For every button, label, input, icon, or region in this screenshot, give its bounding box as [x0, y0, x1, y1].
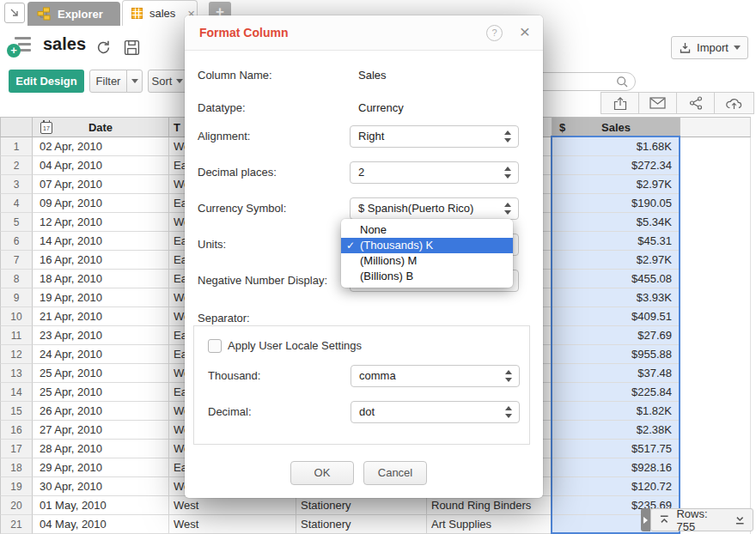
date-cell[interactable]: 07 Apr, 2010 — [33, 175, 169, 194]
category-cell[interactable]: Stationery — [296, 515, 427, 534]
sales-cell[interactable]: $2.38K — [552, 421, 680, 440]
row-number-cell[interactable]: 11 — [0, 326, 33, 345]
date-cell[interactable]: 27 Apr, 2010 — [33, 421, 169, 440]
sales-cell[interactable]: $190.05 — [552, 194, 680, 213]
sales-cell[interactable]: $2.97K — [552, 175, 680, 194]
date-cell[interactable]: 04 May, 2010 — [33, 515, 169, 534]
product-cell[interactable]: Art Supplies — [427, 515, 552, 534]
view-menu-button[interactable]: + — [7, 35, 31, 58]
row-number-cell[interactable]: 13 — [0, 364, 33, 383]
sales-cell[interactable]: $455.08 — [552, 270, 680, 288]
sales-cell[interactable]: $225.84 — [552, 383, 680, 402]
row-number-cell[interactable]: 12 — [0, 345, 33, 364]
tab-explorer[interactable]: Explorer — [27, 2, 120, 26]
locale-settings-checkbox[interactable] — [208, 339, 222, 353]
sales-cell[interactable]: $928.16 — [552, 458, 680, 477]
import-button[interactable]: Import — [671, 36, 748, 59]
row-number-header[interactable] — [0, 117, 33, 137]
share-button[interactable] — [676, 92, 715, 114]
row-number-cell[interactable]: 20 — [0, 496, 33, 515]
date-cell[interactable]: 25 Apr, 2010 — [33, 383, 169, 402]
row-number-cell[interactable]: 5 — [0, 213, 33, 232]
units-option[interactable]: None — [341, 222, 513, 238]
sales-cell[interactable]: $37.48 — [552, 364, 680, 383]
rows-widget-handle[interactable] — [641, 508, 650, 531]
decimal-places-select[interactable]: 2 — [350, 161, 519, 184]
ok-button[interactable]: OK — [290, 461, 354, 485]
date-cell[interactable]: 02 Apr, 2010 — [33, 137, 169, 156]
date-cell[interactable]: 23 Apr, 2010 — [33, 326, 169, 345]
row-number-cell[interactable]: 2 — [0, 156, 33, 175]
date-cell[interactable]: 18 Apr, 2010 — [33, 270, 169, 288]
category-cell[interactable]: Stationery — [296, 496, 427, 515]
units-option[interactable]: (Millions) M — [341, 253, 513, 269]
units-option[interactable]: (Billions) B — [341, 269, 513, 284]
scroll-to-bottom-icon[interactable] — [735, 514, 745, 525]
sales-cell[interactable]: $120.72 — [552, 477, 680, 496]
row-number-cell[interactable]: 21 — [0, 515, 33, 534]
row-number-cell[interactable]: 16 — [0, 421, 33, 440]
date-cell[interactable]: 01 May, 2010 — [33, 496, 169, 515]
refresh-button[interactable] — [93, 37, 113, 58]
sales-cell[interactable]: $272.34 — [552, 156, 680, 175]
date-cell[interactable]: 16 Apr, 2010 — [33, 251, 169, 270]
help-icon[interactable]: ? — [486, 25, 503, 41]
product-cell[interactable]: Round Ring Binders — [427, 496, 552, 515]
row-number-cell[interactable]: 15 — [0, 402, 33, 421]
row-number-cell[interactable]: 14 — [0, 383, 33, 402]
save-button[interactable] — [121, 37, 142, 58]
row-number-cell[interactable]: 8 — [0, 270, 33, 288]
sales-cell[interactable]: $5.34K — [552, 213, 680, 232]
row-number-cell[interactable]: 10 — [0, 307, 33, 326]
currency-symbol-select[interactable]: $ Spanish(Puerto Rico) — [350, 197, 519, 220]
date-cell[interactable]: 19 Apr, 2010 — [33, 288, 169, 307]
panel-toggle-button[interactable] — [4, 3, 25, 23]
row-number-cell[interactable]: 4 — [0, 194, 33, 213]
territory-cell[interactable]: West — [169, 515, 296, 534]
sales-cell[interactable]: $1.82K — [552, 402, 680, 421]
sales-cell[interactable]: $409.51 — [552, 307, 680, 326]
row-number-cell[interactable]: 6 — [0, 232, 33, 251]
sales-column-header[interactable]: $ Sales — [552, 117, 680, 137]
row-number-cell[interactable]: 7 — [0, 251, 33, 270]
sales-cell[interactable]: $45.31 — [552, 232, 680, 251]
date-cell[interactable]: 21 Apr, 2010 — [33, 307, 169, 326]
date-cell[interactable]: 04 Apr, 2010 — [33, 156, 169, 175]
sales-cell[interactable]: $1.68K — [552, 137, 680, 156]
email-button[interactable] — [638, 92, 677, 114]
alignment-select[interactable]: Right — [350, 125, 519, 148]
scroll-to-top-icon[interactable] — [659, 514, 669, 525]
sales-cell[interactable]: $2.97K — [552, 251, 680, 270]
sales-cell[interactable]: $955.88 — [552, 345, 680, 364]
date-cell[interactable]: 30 Apr, 2010 — [33, 477, 169, 496]
date-cell[interactable]: 12 Apr, 2010 — [33, 213, 169, 232]
sales-cell[interactable]: $27.69 — [552, 326, 680, 345]
row-number-cell[interactable]: 17 — [0, 440, 33, 458]
thousand-select[interactable]: comma — [351, 365, 520, 387]
date-cell[interactable]: 28 Apr, 2010 — [33, 440, 169, 458]
date-column-header[interactable]: 17 Date — [33, 117, 169, 137]
date-cell[interactable]: 29 Apr, 2010 — [33, 458, 169, 477]
cloud-upload-button[interactable] — [714, 92, 754, 114]
units-option[interactable]: ✓(Thousands) K — [341, 238, 513, 253]
cancel-button[interactable]: Cancel — [363, 461, 427, 485]
export-button[interactable] — [601, 92, 639, 114]
date-cell[interactable]: 26 Apr, 2010 — [33, 402, 169, 421]
sales-cell[interactable]: $3.93K — [552, 288, 680, 307]
filter-dropdown-button[interactable] — [126, 70, 143, 93]
date-cell[interactable]: 25 Apr, 2010 — [33, 364, 169, 383]
row-number-cell[interactable]: 9 — [0, 288, 33, 307]
territory-cell[interactable]: West — [169, 496, 296, 515]
date-cell[interactable]: 14 Apr, 2010 — [33, 232, 169, 251]
row-number-cell[interactable]: 3 — [0, 175, 33, 194]
edit-design-button[interactable]: Edit Design — [9, 70, 84, 93]
sort-button[interactable]: Sort — [148, 70, 187, 93]
row-number-cell[interactable]: 19 — [0, 477, 33, 496]
row-number-cell[interactable]: 18 — [0, 458, 33, 477]
sales-cell[interactable]: $517.75 — [552, 440, 680, 458]
decimal-separator-select[interactable]: dot — [351, 401, 520, 423]
filter-button[interactable]: Filter — [89, 70, 127, 93]
row-number-cell[interactable]: 1 — [0, 137, 33, 156]
close-icon[interactable]: × — [520, 22, 530, 41]
date-cell[interactable]: 09 Apr, 2010 — [33, 194, 169, 213]
